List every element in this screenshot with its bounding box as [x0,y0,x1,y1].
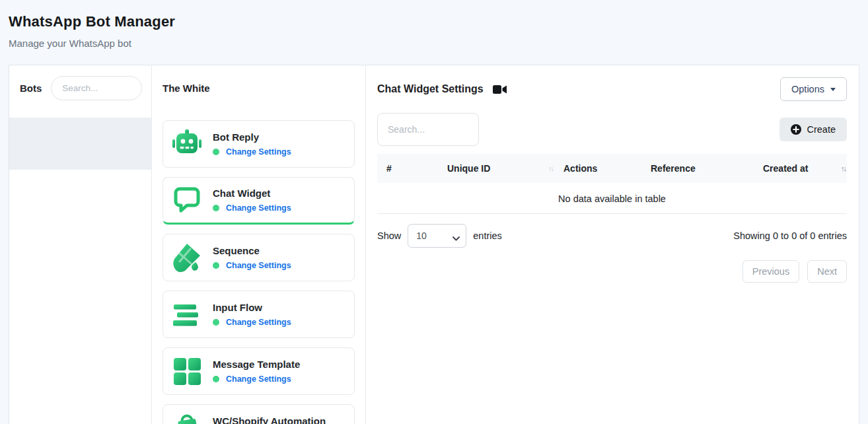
column-header-created-at[interactable]: Created at ↑↓ [754,163,847,174]
bot-name: The White [163,83,355,94]
pagination: Previous Next [377,260,847,283]
data-table: # Unique ID ↑↓ Actions Reference Created… [377,154,847,214]
sort-icon[interactable]: ↑↓ [841,164,846,172]
chevron-down-icon [830,88,836,91]
showing-entries-text: Showing 0 to 0 of 0 entries [733,230,847,241]
status-dot [213,262,219,269]
show-label: Show [377,230,401,241]
column-header-reference[interactable]: Reference [641,163,754,174]
paint-bucket-icon [171,242,203,273]
next-button[interactable]: Next [807,260,847,283]
feature-card-wc-shopify-automation[interactable]: WC/Shopify Automation Change Settings [163,404,355,424]
feature-info: Input Flow Change Settings [213,302,291,327]
options-button-label: Options [791,84,824,94]
feature-title: Bot Reply [213,131,291,143]
create-button[interactable]: Create [779,118,847,141]
feature-card-message-template[interactable]: Message Template Change Settings [163,347,355,395]
change-settings-link[interactable]: Change Settings [226,147,291,157]
feature-card-bot-reply[interactable]: Bot Reply Change Settings [163,120,355,168]
change-settings-link[interactable]: Change Settings [226,318,291,327]
bot-features-column: The White Bot Reply [152,65,366,424]
status-dot [213,205,219,211]
create-button-label: Create [807,124,836,135]
page-title: WhatsApp Bot Manager [9,13,859,30]
entries-label: entries [473,230,502,241]
feature-info: Message Template Change Settings [213,359,300,384]
table-search-input[interactable] [377,113,479,146]
feature-info: WC/Shopify Automation Change Settings [213,415,326,424]
feature-title: Chat Widget [213,188,291,199]
content-panel: Bots The White [9,65,859,424]
page-header: WhatsApp Bot Manager Manage your WhatsAp… [0,0,868,49]
feature-title: Sequence [213,245,291,256]
table-header-row: # Unique ID ↑↓ Actions Reference Created… [377,154,847,183]
status-dot [213,376,219,382]
main-title: Chat Widget Settings [377,83,484,95]
feature-info: Chat Widget Change Settings [213,188,291,213]
feature-title: WC/Shopify Automation [213,415,326,424]
column-header-unique-id[interactable]: Unique ID ↑↓ [438,163,554,174]
feature-card-input-flow[interactable]: Input Flow Change Settings [163,291,355,338]
feature-title: Message Template [213,359,300,370]
bots-header: Bots [9,65,151,100]
change-settings-link[interactable]: Change Settings [226,261,291,270]
table-controls: Show 10 entries Showing 0 to 0 of 0 entr… [377,224,847,248]
previous-button[interactable]: Previous [742,260,799,283]
shopping-bag-icon [171,412,203,424]
table-empty-message: No data available in table [377,183,847,214]
feature-info: Sequence Change Settings [213,245,291,270]
main-content: Chat Widget Settings Options [366,65,859,424]
bot-list-item-selected[interactable] [9,118,151,170]
robot-icon [171,128,203,160]
column-header-hash[interactable]: # [377,163,438,174]
options-button[interactable]: Options [780,77,847,101]
bots-search-input[interactable] [51,76,142,100]
table-toolbar: Create [377,113,847,146]
status-dot [213,319,219,326]
list-bars-icon [171,299,203,330]
feature-card-sequence[interactable]: Sequence Change Settings [163,234,355,281]
bots-title: Bots [20,83,42,94]
status-dot [213,149,219,155]
grid-icon [171,355,203,387]
bots-sidebar: Bots [9,65,152,424]
chat-bubble-icon [171,184,203,216]
column-header-actions[interactable]: Actions [554,163,641,174]
plus-circle-icon [791,124,801,135]
main-header: Chat Widget Settings Options [377,77,847,101]
feature-card-chat-widget[interactable]: Chat Widget Change Settings [163,177,355,225]
feature-info: Bot Reply Change Settings [213,131,291,157]
change-settings-link[interactable]: Change Settings [226,203,291,213]
page-size-control: Show 10 entries [377,224,502,248]
video-camera-icon[interactable] [493,85,507,94]
feature-title: Input Flow [213,302,291,313]
page-subtitle: Manage your WhatsApp bot [9,38,859,49]
change-settings-link[interactable]: Change Settings [226,374,291,384]
page-size-select[interactable]: 10 [408,224,466,248]
sort-icon[interactable]: ↑↓ [548,164,553,172]
